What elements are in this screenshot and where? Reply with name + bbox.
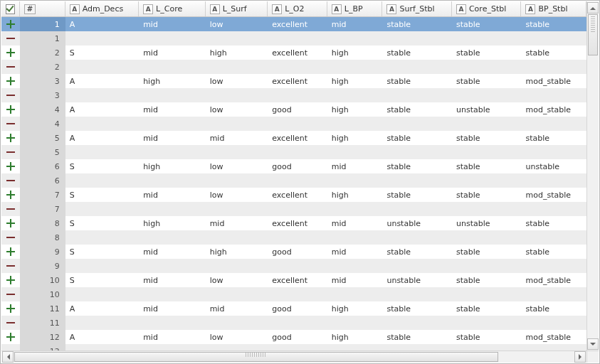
cell-l_core[interactable]: mid [139,245,206,259]
row-expand-toggle[interactable] [1,330,20,344]
cell-core_stbl[interactable]: stable [452,273,522,287]
cell-l_bp[interactable] [327,202,383,216]
cell-l_o2[interactable]: good [268,102,327,117]
cell-l_bp[interactable] [327,316,383,330]
cell-l_core[interactable] [139,344,206,350]
cell-l_surf[interactable]: low [206,330,268,344]
cell-l_surf[interactable] [206,117,268,131]
cell-surf_stbl[interactable] [382,202,452,216]
cell-l_core[interactable] [139,259,206,273]
row-number-cell[interactable]: 4 [20,117,65,131]
vertical-scroll-track[interactable] [588,14,598,338]
cell-core_stbl[interactable] [452,117,522,131]
table-row[interactable]: 5Amidmidexcellenthighstablestablestable [1,131,586,145]
row-number-cell[interactable]: 4 [20,102,65,117]
cell-l_surf[interactable] [206,287,268,301]
cell-surf_stbl[interactable] [382,60,452,74]
row-number-cell[interactable]: 7 [20,188,65,202]
cell-core_stbl[interactable]: stable [452,74,522,88]
cell-adm_decs[interactable]: S [65,216,139,230]
cell-surf_stbl[interactable]: unstable [382,273,452,287]
cell-l_bp[interactable]: high [327,74,383,88]
cell-core_stbl[interactable] [452,60,522,74]
cell-surf_stbl[interactable] [382,287,452,301]
cell-bp_stbl[interactable]: mod_stable [521,188,586,202]
cell-l_o2[interactable]: good [268,159,327,173]
cell-l_core[interactable]: mid [139,301,206,316]
header-col-l-bp[interactable]: AL_BP [327,1,383,16]
horizontal-scroll-track[interactable] [14,352,574,362]
cell-surf_stbl[interactable] [382,173,452,188]
cell-l_bp[interactable]: high [327,46,383,60]
cell-core_stbl[interactable] [452,259,522,273]
cell-l_bp[interactable] [327,344,383,350]
cell-bp_stbl[interactable] [521,173,586,188]
row-collapse-toggle[interactable] [1,88,20,102]
cell-core_stbl[interactable]: stable [452,245,522,259]
cell-l_bp[interactable]: high [327,102,383,117]
cell-l_o2[interactable]: good [268,330,327,344]
cell-l_bp[interactable] [327,145,383,159]
cell-l_surf[interactable] [206,145,268,159]
cell-surf_stbl[interactable]: stable [382,17,452,31]
cell-bp_stbl[interactable]: mod_stable [521,330,586,344]
cell-l_bp[interactable] [327,287,383,301]
row-expand-toggle[interactable] [1,216,20,230]
cell-l_core[interactable]: high [139,159,206,173]
cell-core_stbl[interactable]: stable [452,188,522,202]
row-expand-toggle[interactable] [1,301,20,316]
table-row[interactable]: 11 [1,316,586,330]
cell-core_stbl[interactable] [452,230,522,245]
row-number-cell[interactable]: 1 [20,17,65,31]
cell-core_stbl[interactable] [452,316,522,330]
cell-adm_decs[interactable] [65,202,139,216]
cell-surf_stbl[interactable]: stable [382,131,452,145]
cell-adm_decs[interactable] [65,287,139,301]
table-row[interactable]: 1 [1,31,586,46]
table-row[interactable]: 7 [1,202,586,216]
row-collapse-toggle[interactable] [1,344,20,350]
grid-body[interactable]: 1Amidlowexcellentmidstablestablestable12… [1,17,586,350]
cell-l_o2[interactable] [268,60,327,74]
cell-bp_stbl[interactable] [521,259,586,273]
table-row[interactable]: 5 [1,145,586,159]
cell-bp_stbl[interactable] [521,31,586,46]
cell-l_core[interactable]: mid [139,46,206,60]
vertical-scroll-thumb[interactable] [588,14,598,55]
row-number-cell[interactable]: 9 [20,245,65,259]
cell-l_surf[interactable]: mid [206,131,268,145]
cell-core_stbl[interactable] [452,344,522,350]
cell-l_o2[interactable]: excellent [268,17,327,31]
cell-bp_stbl[interactable]: stable [521,46,586,60]
cell-bp_stbl[interactable] [521,88,586,102]
row-collapse-toggle[interactable] [1,173,20,188]
cell-l_o2[interactable] [268,202,327,216]
row-collapse-toggle[interactable] [1,60,20,74]
header-rownum-column[interactable]: # [20,1,65,16]
vertical-scrollbar[interactable] [586,1,599,350]
row-number-cell[interactable]: 3 [20,74,65,88]
table-row[interactable]: 3Ahighlowexcellenthighstablestablemod_st… [1,74,586,88]
cell-l_surf[interactable] [206,173,268,188]
cell-bp_stbl[interactable] [521,60,586,74]
row-number-cell[interactable]: 1 [20,31,65,46]
cell-adm_decs[interactable]: S [65,188,139,202]
cell-l_bp[interactable] [327,88,383,102]
scroll-right-button[interactable] [574,351,586,363]
table-row[interactable]: 3 [1,88,586,102]
cell-l_surf[interactable] [206,230,268,245]
header-col-l-o2[interactable]: AL_O2 [268,1,327,16]
cell-core_stbl[interactable]: stable [452,46,522,60]
cell-bp_stbl[interactable] [521,202,586,216]
table-row[interactable]: 1Amidlowexcellentmidstablestablestable [1,17,586,31]
cell-l_o2[interactable] [268,145,327,159]
cell-l_surf[interactable]: mid [206,301,268,316]
row-number-cell[interactable]: 12 [20,330,65,344]
cell-bp_stbl[interactable]: mod_stable [521,74,586,88]
cell-surf_stbl[interactable] [382,31,452,46]
row-expand-toggle[interactable] [1,273,20,287]
scroll-up-button[interactable] [587,2,599,14]
cell-l_core[interactable]: mid [139,330,206,344]
cell-surf_stbl[interactable]: stable [382,46,452,60]
scroll-left-button[interactable] [2,351,14,363]
